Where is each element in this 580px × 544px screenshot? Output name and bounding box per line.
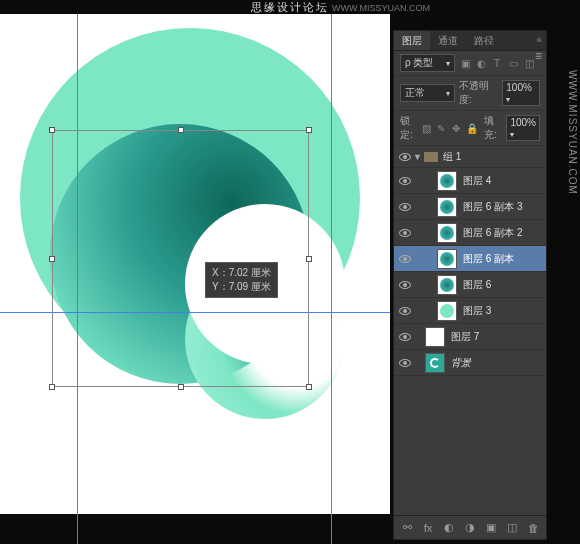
watermark-main: 思缘设计论坛 (251, 1, 329, 13)
layer-label: 背景 (451, 356, 471, 370)
layer-label: 图层 6 (463, 278, 491, 292)
visibility-toggle[interactable] (397, 281, 413, 289)
visibility-toggle[interactable] (397, 229, 413, 237)
blend-mode-dropdown[interactable]: 正常▾ (400, 84, 455, 102)
transform-handle-br[interactable] (306, 384, 312, 390)
visibility-toggle[interactable] (397, 307, 413, 315)
layer-item[interactable]: 图层 7 (394, 324, 546, 350)
chevron-down-icon: ▾ (446, 89, 450, 98)
filter-row: ρ 类型▾ ▣ ◐ T ▭ ◫ (394, 51, 546, 76)
lock-all-icon[interactable]: 🔒 (466, 122, 478, 134)
visibility-toggle[interactable] (397, 359, 413, 367)
filter-smart-icon[interactable]: ◫ (523, 57, 535, 69)
visibility-toggle[interactable] (397, 255, 413, 263)
layer-thumbnail[interactable] (437, 197, 457, 217)
watermark-side: WWW.MISSYUAN.COM (567, 70, 578, 195)
layers-list: ▼ 组 1 图层 4 图层 6 副本 3 图层 6 副本 2 图层 6 副本 (394, 146, 546, 515)
panel-menu-icon[interactable]: ≡ (535, 49, 542, 63)
layer-thumbnail[interactable] (437, 275, 457, 295)
layer-thumbnail[interactable] (437, 301, 457, 321)
filter-shape-icon[interactable]: ▭ (507, 57, 519, 69)
opacity-value[interactable]: 100% ▾ (502, 80, 540, 106)
layer-group[interactable]: ▼ 组 1 (394, 146, 546, 168)
transform-handle-mr[interactable] (306, 256, 312, 262)
delete-layer-icon[interactable]: 🗑 (526, 521, 540, 535)
fill-value[interactable]: 100% ▾ (506, 115, 540, 141)
lock-transparent-icon[interactable]: ▨ (422, 122, 431, 134)
link-layers-icon[interactable]: ⚯ (400, 521, 414, 535)
layer-item-selected[interactable]: 图层 6 副本 (394, 246, 546, 272)
eye-icon (399, 307, 411, 315)
chevron-down-icon: ▾ (446, 59, 450, 68)
layer-thumbnail[interactable] (437, 249, 457, 269)
layer-item[interactable]: 图层 6 (394, 272, 546, 298)
visibility-toggle[interactable] (397, 333, 413, 341)
layer-item[interactable]: 图层 3 (394, 298, 546, 324)
lock-position-icon[interactable]: ✥ (452, 122, 461, 134)
layer-item[interactable]: 图层 6 副本 3 (394, 194, 546, 220)
transform-info-tooltip: X：7.02 厘米 Y：7.09 厘米 (205, 262, 278, 298)
canvas[interactable]: X：7.02 厘米 Y：7.09 厘米 (0, 14, 390, 514)
group-expand-icon[interactable]: ▼ (413, 152, 422, 162)
layer-label: 图层 6 副本 2 (463, 226, 522, 240)
transform-handle-bl[interactable] (49, 384, 55, 390)
chevron-down-icon: ▾ (506, 95, 510, 104)
opacity-label: 不透明度: (459, 79, 498, 107)
layer-label: 图层 7 (451, 330, 479, 344)
eye-icon (399, 229, 411, 237)
layer-thumbnail[interactable] (425, 353, 445, 373)
transform-handle-bc[interactable] (178, 384, 184, 390)
layer-label: 图层 3 (463, 304, 491, 318)
eye-icon (399, 281, 411, 289)
new-layer-icon[interactable]: ◫ (505, 521, 519, 535)
transform-handle-tc[interactable] (178, 127, 184, 133)
layer-item[interactable]: 图层 6 副本 2 (394, 220, 546, 246)
folder-icon (424, 152, 438, 162)
blend-row: 正常▾ 不透明度: 100% ▾ (394, 76, 546, 111)
panel-collapse-icon[interactable]: « (536, 34, 542, 45)
layer-label: 图层 4 (463, 174, 491, 188)
new-group-icon[interactable]: ▣ (484, 521, 498, 535)
layer-item-background[interactable]: 背景 (394, 350, 546, 376)
panel-tabs: 图层 通道 路径 (394, 31, 546, 51)
transform-x: X：7.02 厘米 (212, 266, 271, 280)
transform-handle-ml[interactable] (49, 256, 55, 262)
layer-mask-icon[interactable]: ◐ (442, 521, 456, 535)
layer-label: 组 1 (443, 150, 461, 164)
layer-item[interactable]: 图层 4 (394, 168, 546, 194)
tab-layers[interactable]: 图层 (394, 31, 430, 50)
visibility-toggle[interactable] (397, 203, 413, 211)
visibility-toggle[interactable] (397, 177, 413, 185)
layer-thumbnail[interactable] (437, 171, 457, 191)
tab-channels[interactable]: 通道 (430, 31, 466, 50)
layer-filter-kind[interactable]: ρ 类型▾ (400, 54, 455, 72)
adjustment-layer-icon[interactable]: ◑ (463, 521, 477, 535)
panel-bottom-toolbar: ⚯ fx ◐ ◑ ▣ ◫ 🗑 (394, 515, 546, 539)
eye-icon (399, 255, 411, 263)
layers-panel: « ≡ 图层 通道 路径 ρ 类型▾ ▣ ◐ T ▭ ◫ 正常▾ 不透明度: 1… (393, 30, 547, 540)
chevron-down-icon: ▾ (510, 130, 514, 139)
transform-handle-tr[interactable] (306, 127, 312, 133)
watermark-sub: WWW.MISSYUAN.COM (332, 3, 430, 13)
transform-handle-tl[interactable] (49, 127, 55, 133)
eye-icon (399, 177, 411, 185)
tab-paths[interactable]: 路径 (466, 31, 502, 50)
lock-brush-icon[interactable]: ✎ (437, 122, 446, 134)
eye-icon (399, 359, 411, 367)
layer-label: 图层 6 副本 (463, 252, 514, 266)
layer-fx-icon[interactable]: fx (421, 521, 435, 535)
filter-image-icon[interactable]: ▣ (459, 57, 471, 69)
fill-label: 填充: (484, 114, 500, 142)
layer-label: 图层 6 副本 3 (463, 200, 522, 214)
lock-label: 锁定: (400, 114, 416, 142)
visibility-toggle[interactable] (397, 153, 413, 161)
guide-vertical-2[interactable] (331, 14, 332, 544)
eye-icon (399, 153, 411, 161)
layer-thumbnail[interactable] (437, 223, 457, 243)
eye-icon (399, 203, 411, 211)
transform-y: Y：7.09 厘米 (212, 280, 271, 294)
transform-bounding-box[interactable] (52, 130, 309, 387)
filter-type-icon[interactable]: T (491, 57, 503, 69)
layer-thumbnail[interactable] (425, 327, 445, 347)
filter-adjust-icon[interactable]: ◐ (475, 57, 487, 69)
